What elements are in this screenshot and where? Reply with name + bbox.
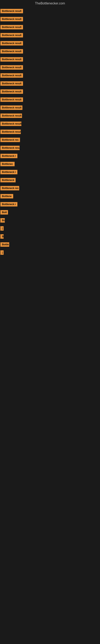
list-item: Bottleneck result <box>0 96 100 104</box>
list-item: Bottleneck result <box>0 16 100 23</box>
list-item: Bottleneck result <box>0 24 100 31</box>
list-item: | <box>0 250 100 256</box>
bottleneck-badge[interactable]: Bottleneck result <box>0 146 20 150</box>
list-item: Bottle <box>0 242 100 248</box>
bottleneck-badge[interactable]: Bottleneck r <box>0 170 17 174</box>
bottleneck-badge[interactable]: Bottleneck result <box>0 106 22 110</box>
list-item: Bottleneck r <box>0 153 100 160</box>
list-item: Bottleneck r <box>0 169 100 176</box>
bottleneck-badge[interactable]: | <box>0 226 3 231</box>
bottleneck-badge[interactable]: Bottleneck result <box>0 17 23 21</box>
list-item: Bo <box>0 217 100 224</box>
bottleneck-badge[interactable]: Bottleneck result <box>0 98 23 102</box>
list-item: Bottleneck result <box>0 8 100 15</box>
list-item: Bottleneck r <box>0 201 100 208</box>
list-item: | <box>0 226 100 232</box>
list-item: Bottleneck result <box>0 64 100 71</box>
list-item: Bottleneck result <box>0 88 100 96</box>
bottleneck-badge[interactable]: Bottleneck <box>0 178 16 182</box>
list-item: Bottleneck result <box>0 80 100 87</box>
bottleneck-badge[interactable]: Bottleneck result <box>0 130 21 134</box>
bottleneck-badge[interactable]: Bottleneck r <box>0 202 17 206</box>
bottleneck-badge[interactable]: Bottleneck result <box>0 41 23 46</box>
bottleneck-badge[interactable]: Bottleneck result <box>0 33 23 38</box>
bottleneck-badge[interactable]: Bottleneck result <box>0 25 23 30</box>
list-item: Bottleneck <box>0 177 100 184</box>
list-item: B <box>0 234 100 240</box>
bottleneck-badge[interactable]: Bottleneck res <box>0 186 19 190</box>
bottleneck-badge[interactable]: Bottlenec <box>0 162 15 166</box>
bottleneck-badge[interactable]: Bottleneck result <box>0 122 21 126</box>
bottleneck-badge[interactable]: Bott <box>0 210 8 214</box>
site-title: TheBottlenecker.com <box>0 0 100 7</box>
bottleneck-badge[interactable]: | <box>0 250 3 255</box>
list-item: Bottleneck result <box>0 56 100 63</box>
bottleneck-badge[interactable]: Bottleneck r <box>0 154 17 158</box>
bottleneck-badge[interactable]: Bottleneck result <box>0 114 22 118</box>
list-item: Bottleneck result <box>0 145 100 152</box>
list-item: Bottleneck result <box>0 129 100 136</box>
bottleneck-badge[interactable]: Bottlene <box>0 194 13 198</box>
bottleneck-badge[interactable]: Bottleneck result <box>0 49 23 54</box>
bottleneck-badge[interactable]: Bo <box>0 218 5 222</box>
list-item: Bottleneck result <box>0 72 100 79</box>
list-item: Bottleneck result <box>0 121 100 128</box>
list-item: Bottleneck res <box>0 137 100 144</box>
bottleneck-badge[interactable]: Bottleneck res <box>0 138 20 142</box>
site-header: TheBottlenecker.com <box>0 0 100 7</box>
list-item: Bottleneck result <box>0 32 100 39</box>
list-item: Bottleneck result <box>0 40 100 47</box>
bottleneck-badge[interactable]: Bottle <box>0 242 9 247</box>
bottleneck-badge[interactable]: B <box>0 234 3 239</box>
list-item: Bottleneck result <box>0 48 100 55</box>
list-item: Bottleneck res <box>0 185 100 192</box>
list-item: Bottleneck result <box>0 105 100 112</box>
bottleneck-badge[interactable]: Bottleneck result <box>0 81 23 86</box>
bottleneck-badge[interactable]: Bottleneck result <box>0 9 23 13</box>
list-item: Bott <box>0 209 100 216</box>
bottleneck-badge[interactable]: Bottleneck result <box>0 57 23 62</box>
bottleneck-badge[interactable]: Bottleneck result <box>0 89 23 94</box>
list-item: Bottleneck result <box>0 113 100 120</box>
list-item: Bottlene <box>0 193 100 200</box>
list-item: Bottlenec <box>0 161 100 168</box>
bottleneck-list: Bottleneck resultBottleneck resultBottle… <box>0 8 100 298</box>
bottleneck-badge[interactable]: Bottleneck result <box>0 65 23 70</box>
bottleneck-badge[interactable]: Bottleneck result <box>0 73 23 78</box>
